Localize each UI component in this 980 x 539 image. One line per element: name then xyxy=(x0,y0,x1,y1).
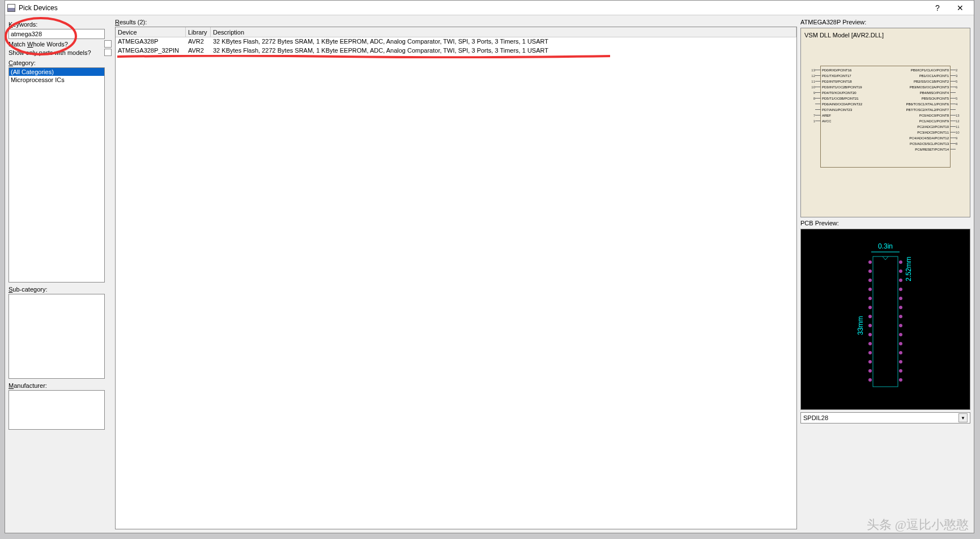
svg-point-20 xyxy=(868,342,872,345)
category-listbox[interactable]: (All Categories) Microprocessor ICs xyxy=(8,67,105,283)
manufacturer-listbox[interactable] xyxy=(8,390,105,430)
dim-width: 0.3in xyxy=(878,242,893,250)
keywords-label: Keywords: xyxy=(8,21,112,28)
chip-schematic: 13PD0/RXD/PCINT1612PD1/TXD/PCINT1711PD2/… xyxy=(804,43,966,213)
svg-point-25 xyxy=(899,360,902,363)
dialog-body: Keywords: Match Whole Words? Show only p… xyxy=(5,15,974,533)
category-item[interactable]: (All Categories) xyxy=(9,68,104,76)
category-item[interactable]: Microprocessor ICs xyxy=(9,76,104,84)
dim-pitch: 2.52mm xyxy=(905,256,913,281)
svg-point-2 xyxy=(868,260,872,264)
svg-point-11 xyxy=(899,297,902,300)
svg-point-3 xyxy=(899,260,902,264)
package-select[interactable]: SPDIL28 ▼ xyxy=(800,412,970,424)
svg-point-17 xyxy=(899,324,902,327)
col-description[interactable]: Description xyxy=(211,27,796,37)
schematic-preview: VSM DLL Model [AVR2.DLL] 13PD0/RXD/PCINT… xyxy=(800,28,970,217)
svg-point-10 xyxy=(868,297,872,300)
subcategory-label: Sub-category: xyxy=(8,286,112,293)
svg-point-8 xyxy=(868,288,872,291)
svg-point-21 xyxy=(899,342,902,345)
svg-point-7 xyxy=(899,279,902,282)
col-device[interactable]: Device xyxy=(116,27,186,37)
right-panel: ATMEGA328P Preview: VSM DLL Model [AVR2.… xyxy=(800,19,970,529)
window-title: Pick Devices xyxy=(19,4,926,12)
cell-library: AVR2 xyxy=(186,37,211,46)
manufacturer-label: Manufacturer: xyxy=(8,382,112,389)
package-value: SPDIL28 xyxy=(803,414,828,421)
cell-device: ATMEGA328P_32PIN xyxy=(116,46,186,55)
pcb-preview: 0.3in 33mm 2.52mm xyxy=(800,229,970,410)
svg-point-24 xyxy=(868,360,872,363)
svg-point-26 xyxy=(868,369,872,373)
chip-body: 13PD0/RXD/PCINT1612PD1/TXD/PCINT1711PD2/… xyxy=(820,66,951,168)
svg-point-12 xyxy=(868,306,872,309)
pick-devices-window: Pick Devices ? ✕ Keywords: Match Whole W… xyxy=(5,0,974,533)
show-only-models-label: Show only parts with models? xyxy=(8,49,91,56)
chevron-down-icon: ▼ xyxy=(958,413,968,422)
titlebar: Pick Devices ? ✕ xyxy=(5,1,974,15)
svg-point-6 xyxy=(868,279,872,282)
svg-point-22 xyxy=(868,351,872,354)
dim-height: 33mm xyxy=(857,316,864,335)
svg-point-14 xyxy=(868,315,872,318)
svg-point-19 xyxy=(899,333,902,336)
svg-point-4 xyxy=(868,270,872,273)
cell-device: ATMEGA328P xyxy=(116,37,186,46)
svg-point-18 xyxy=(868,333,872,336)
svg-point-28 xyxy=(868,378,872,382)
svg-point-23 xyxy=(899,351,902,354)
svg-point-13 xyxy=(899,306,902,309)
cell-desc: 32 KBytes Flash, 2272 Bytes SRAM, 1 KByt… xyxy=(211,46,796,55)
show-only-models-checkbox[interactable] xyxy=(104,49,112,56)
svg-point-15 xyxy=(899,315,902,318)
subcategory-listbox[interactable] xyxy=(8,294,105,379)
grid-header: Device Library Description xyxy=(116,27,796,37)
keywords-input[interactable] xyxy=(8,29,105,39)
svg-point-27 xyxy=(899,369,902,373)
svg-point-29 xyxy=(899,378,902,382)
left-panel: Keywords: Match Whole Words? Show only p… xyxy=(8,19,112,529)
pcb-preview-label: PCB Preview: xyxy=(800,220,970,226)
schematic-preview-label: ATMEGA328P Preview: xyxy=(800,19,970,25)
svg-rect-1 xyxy=(873,256,898,387)
cell-desc: 32 KBytes Flash, 2272 Bytes SRAM, 1 KByt… xyxy=(211,37,796,46)
vsm-model-label: VSM DLL Model [AVR2.DLL] xyxy=(804,32,966,38)
category-label: Category: xyxy=(8,59,112,66)
results-grid[interactable]: Device Library Description ATMEGA328P AV… xyxy=(115,27,797,529)
results-label: Results (2): xyxy=(115,19,797,25)
table-row[interactable]: ATMEGA328P_32PIN AVR2 32 KBytes Flash, 2… xyxy=(116,46,796,55)
match-whole-label: Match Whole Words? xyxy=(8,41,68,48)
close-button[interactable]: ✕ xyxy=(949,2,972,14)
cell-library: AVR2 xyxy=(186,46,211,55)
help-button[interactable]: ? xyxy=(926,2,949,14)
grid-body: ATMEGA328P AVR2 32 KBytes Flash, 2272 By… xyxy=(116,37,796,529)
svg-point-16 xyxy=(868,324,872,327)
match-whole-checkbox[interactable] xyxy=(104,40,112,48)
table-row[interactable]: ATMEGA328P AVR2 32 KBytes Flash, 2272 By… xyxy=(116,37,796,46)
svg-point-5 xyxy=(899,270,902,273)
col-library[interactable]: Library xyxy=(186,27,211,37)
pcb-footprint: 0.3in 33mm 2.52mm xyxy=(829,241,942,410)
center-panel: Results (2): Device Library Description … xyxy=(115,19,797,529)
app-icon xyxy=(7,4,15,12)
svg-point-9 xyxy=(899,288,902,291)
